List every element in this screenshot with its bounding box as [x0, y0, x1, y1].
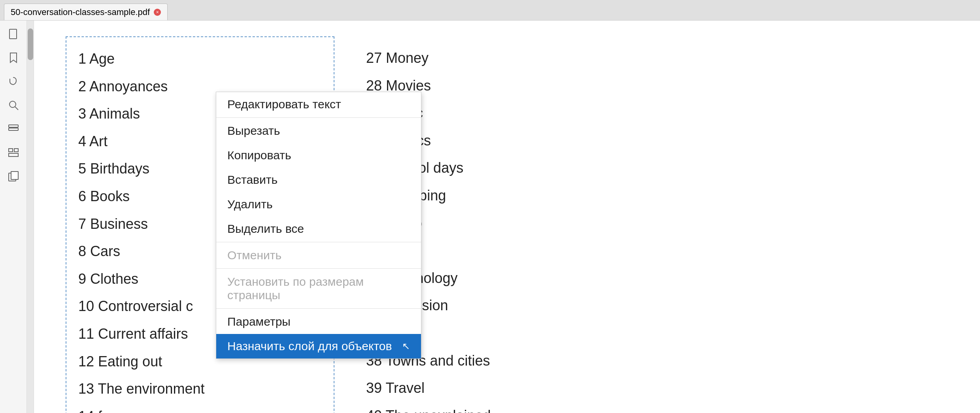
list-item: 29 Music — [366, 99, 917, 127]
svg-rect-5 — [9, 149, 13, 152]
content-area: 1 Age 2 Annoyances 3 Animals 4 Art 5 Bir… — [34, 21, 980, 413]
fields-icon[interactable] — [6, 145, 21, 160]
menu-item-fit-page: Установить по размерам страницы — [216, 270, 421, 307]
tab-close-button[interactable]: × — [154, 9, 161, 16]
list-item: 37 Time — [366, 319, 917, 347]
svg-rect-9 — [11, 172, 18, 179]
list-item: 40 The unexplained — [366, 402, 917, 413]
menu-divider-3 — [216, 268, 421, 269]
close-icon: × — [156, 9, 159, 15]
menu-divider — [216, 117, 421, 118]
menu-item-copy[interactable]: Копировать — [216, 143, 421, 168]
menu-divider-4 — [216, 308, 421, 309]
svg-rect-3 — [9, 125, 18, 127]
menu-item-undo: Отменить — [216, 243, 421, 268]
tab-bar: 50-conversation-classes-sample.pdf × — [0, 0, 980, 21]
pdf-tab[interactable]: 50-conversation-classes-sample.pdf × — [4, 4, 168, 20]
svg-line-2 — [15, 107, 18, 110]
menu-item-delete[interactable]: Удалить — [216, 192, 421, 217]
svg-rect-0 — [9, 29, 17, 39]
list-item: 39 Travel — [366, 374, 917, 402]
bookmark-icon[interactable] — [6, 51, 21, 65]
list-item: 34 Sport — [366, 237, 917, 264]
list-item: 33 Sleep — [366, 209, 917, 237]
list-item: 28 Movies — [366, 72, 917, 100]
menu-item-select-all[interactable]: Выделить все — [216, 217, 421, 241]
attachment-icon[interactable] — [6, 74, 21, 89]
list-item: 30 Politics — [366, 127, 917, 155]
svg-point-1 — [9, 101, 16, 107]
list-item: 13 The environment — [78, 375, 322, 403]
context-menu: Редактировать текст Вырезать Копировать … — [216, 92, 421, 359]
main-layout: 1 Age 2 Annoyances 3 Animals 4 Art 5 Bir… — [0, 21, 980, 413]
copy-icon[interactable] — [6, 169, 21, 183]
layers-icon[interactable] — [6, 122, 21, 136]
menu-item-assign-layer[interactable]: Назначить слой для объектов ↖ — [216, 334, 421, 358]
list-item: 38 Towns and cities — [366, 347, 917, 375]
search-icon[interactable] — [6, 98, 21, 112]
page-icon[interactable] — [6, 27, 21, 41]
scroll-thumb[interactable] — [28, 28, 33, 60]
cursor-icon: ↖ — [402, 341, 410, 352]
list-item: 35 Technology — [366, 264, 917, 292]
list-item: 27 Money — [366, 44, 917, 72]
pdf-content: 1 Age 2 Annoyances 3 Animals 4 Art 5 Bir… — [66, 36, 948, 413]
list-item: 32 Shopping — [366, 182, 917, 209]
menu-item-edit-text[interactable]: Редактировать текст — [216, 92, 421, 117]
svg-rect-6 — [14, 149, 18, 152]
menu-item-params[interactable]: Параметры — [216, 309, 421, 334]
menu-item-cut[interactable]: Вырезать — [216, 119, 421, 143]
menu-divider-2 — [216, 242, 421, 242]
svg-rect-4 — [9, 128, 18, 130]
sidebar — [0, 21, 27, 413]
list-item: 14 fame — [78, 403, 322, 413]
menu-item-paste[interactable]: Вставить — [216, 168, 421, 192]
assign-layer-label: Назначить слой для объектов — [227, 339, 392, 353]
svg-rect-7 — [9, 153, 18, 157]
list-item: 31 School days — [366, 154, 917, 182]
scroll-track[interactable] — [27, 21, 34, 413]
list-item: 1 Age — [78, 45, 322, 73]
list-item: 36 Television — [366, 292, 917, 319]
tab-label: 50-conversation-classes-sample.pdf — [11, 7, 150, 17]
right-column: 27 Money 28 Movies 29 Music 30 Politics … — [334, 36, 948, 413]
